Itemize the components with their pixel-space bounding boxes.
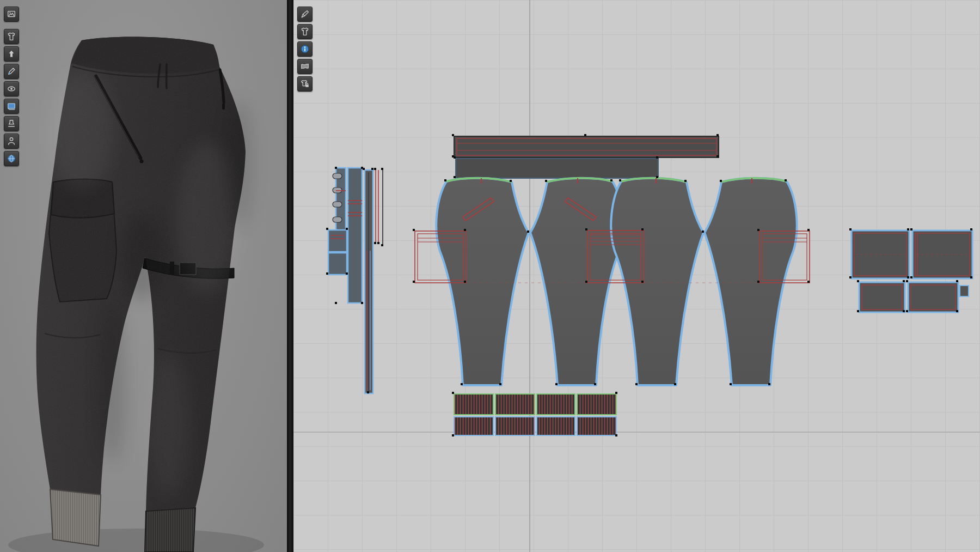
viewport-3d[interactable] <box>0 0 287 552</box>
right-ankle-cuff <box>145 508 195 552</box>
info-tool-button[interactable] <box>297 41 313 57</box>
left-ankle-cuff <box>50 489 101 546</box>
garment-3d-scene <box>0 0 287 552</box>
fabric-view-tool-button[interactable] <box>4 99 19 114</box>
pattern-piece-placket-group[interactable] <box>328 168 383 393</box>
cloth-wave-icon <box>300 62 310 71</box>
shirt-lock-icon <box>300 79 310 89</box>
pattern-piece-back-panel-right[interactable] <box>705 178 797 385</box>
up-arrow-icon <box>7 49 16 59</box>
globe-icon <box>7 154 16 163</box>
pattern-piece-cuff-rib-row-top[interactable] <box>454 394 616 415</box>
pattern-piece-waistband-long[interactable] <box>454 136 719 157</box>
awl-tool-button[interactable] <box>297 7 313 22</box>
floor-shadow <box>8 529 264 552</box>
info-icon <box>300 44 310 54</box>
eye-icon <box>7 84 16 94</box>
framed-picture-icon <box>7 9 16 19</box>
avatar-tool-button[interactable] <box>4 134 19 149</box>
toolbar-2d <box>297 7 313 92</box>
panel-divider[interactable] <box>287 0 293 552</box>
shirt-icon <box>7 32 16 41</box>
pattern-piece-front-panel-right[interactable] <box>530 178 623 385</box>
garment-tool-button[interactable] <box>297 24 313 39</box>
pattern-piece-cuff-rib-row-bottom[interactable] <box>454 417 616 435</box>
stamp-icon <box>7 119 16 129</box>
toolbar-3d <box>4 7 19 166</box>
snapshot-tool-button[interactable] <box>4 7 19 22</box>
arrow-up-tool-button[interactable] <box>4 46 19 62</box>
pattern-piece-waistband-short[interactable] <box>456 159 658 178</box>
shirt-icon <box>300 27 310 37</box>
pocket-tab <box>960 286 969 296</box>
pattern-canvas[interactable] <box>293 0 980 552</box>
pencil-icon <box>7 66 16 76</box>
mannequin-icon <box>7 136 16 146</box>
diagonal-pen-icon <box>300 9 310 19</box>
pattern-piece-front-panel-left[interactable] <box>436 178 529 385</box>
garment-3d-model[interactable] <box>27 30 256 552</box>
garment-display-tool-button[interactable] <box>4 29 19 44</box>
pattern-piece-cargo-pocket-group[interactable] <box>852 230 972 312</box>
show-eye-tool-button[interactable] <box>4 81 19 96</box>
viewport-2d[interactable] <box>293 0 980 552</box>
stamp-tool-button[interactable] <box>4 116 19 131</box>
pattern-piece-back-panel-left[interactable] <box>611 178 703 385</box>
pen-tool-button[interactable] <box>4 64 19 79</box>
fabric-tool-button[interactable] <box>297 59 313 74</box>
blue-fabric-icon <box>7 101 16 111</box>
globe-tool-button[interactable] <box>4 151 19 166</box>
garment-lock-tool-button[interactable] <box>297 76 313 92</box>
app-window <box>0 0 980 552</box>
